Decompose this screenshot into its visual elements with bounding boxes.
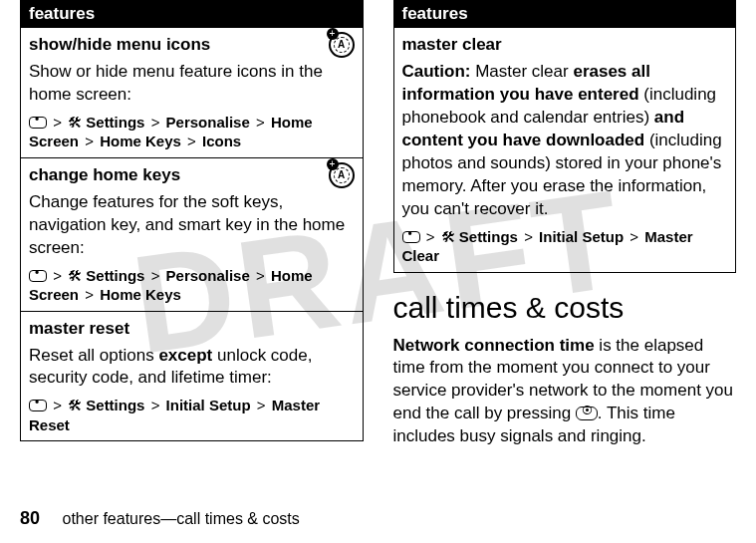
- feature-body: Show or hide menu feature icons in the h…: [29, 61, 355, 107]
- feature-title: master clear: [402, 34, 728, 57]
- end-key-icon: [576, 407, 598, 420]
- path-sep: >: [85, 286, 94, 303]
- table-row: master clear Caution: Master clear erase…: [393, 28, 736, 273]
- path-sep: >: [257, 397, 266, 413]
- path-part: Initial Setup: [539, 228, 624, 245]
- page-footer: 80 other features—call times & costs: [20, 508, 300, 529]
- feature-body: Caution: Master clear erases all informa…: [402, 61, 728, 221]
- left-column: features + show/hide menu icons Show or …: [20, 0, 364, 458]
- path-part: Settings: [86, 267, 144, 284]
- path-part: Personalise: [166, 114, 250, 131]
- nav-path: > 🛠 Settings > Initial Setup > Master Cl…: [402, 227, 728, 266]
- center-key-icon: [402, 231, 420, 243]
- feature-title: show/hide menu icons: [29, 34, 355, 57]
- path-part: Settings: [459, 228, 518, 245]
- table-row: + show/hide menu icons Show or hide menu…: [21, 28, 364, 158]
- settings-icon: 🛠: [441, 228, 455, 246]
- path-sep: >: [53, 267, 62, 284]
- path-part: Settings: [86, 397, 144, 413]
- section-heading: call times & costs: [393, 291, 737, 325]
- feature-body: Reset all options except unlock code, se…: [29, 345, 355, 391]
- path-sep: >: [151, 267, 160, 284]
- page-content: features + show/hide menu icons Show or …: [0, 0, 756, 458]
- settings-icon: 🛠: [68, 267, 82, 285]
- feature-body: Change features for the soft keys, navig…: [29, 191, 355, 260]
- page-number: 80: [20, 508, 40, 528]
- nav-path: > 🛠 Settings > Personalise > Home Screen…: [29, 266, 355, 305]
- features-table-left: features + show/hide menu icons Show or …: [20, 0, 364, 441]
- path-sep: >: [53, 397, 62, 413]
- features-table-right: features master clear Caution: Master cl…: [393, 0, 737, 273]
- path-part: Initial Setup: [166, 397, 251, 413]
- path-sep: >: [426, 228, 435, 245]
- path-sep: >: [256, 267, 265, 284]
- path-sep: >: [85, 133, 94, 149]
- path-part: Settings: [86, 114, 144, 131]
- right-column: features master clear Caution: Master cl…: [393, 0, 737, 458]
- path-part: Home Keys: [100, 286, 181, 303]
- path-sep: >: [187, 133, 196, 149]
- feature-title: change home keys: [29, 164, 355, 187]
- table-header: features: [21, 1, 364, 28]
- accessibility-icon: +: [329, 162, 355, 188]
- path-sep: >: [630, 228, 638, 245]
- path-sep: >: [151, 114, 160, 131]
- table-row: + change home keys Change features for t…: [21, 157, 364, 311]
- path-part: Personalise: [166, 267, 250, 284]
- section-body: Network connection time is the elapsed t…: [393, 335, 737, 449]
- feature-title: master reset: [29, 318, 355, 341]
- path-sep: >: [53, 114, 62, 131]
- path-part: Home Keys: [100, 133, 181, 149]
- center-key-icon: [29, 270, 47, 282]
- settings-icon: 🛠: [68, 397, 82, 414]
- path-part: Icons: [202, 133, 241, 149]
- table-header: features: [393, 1, 736, 28]
- accessibility-icon: +: [329, 32, 355, 58]
- footer-text: other features—call times & costs: [62, 510, 299, 527]
- nav-path: > 🛠 Settings > Personalise > Home Screen…: [29, 113, 355, 151]
- center-key-icon: [29, 400, 47, 411]
- path-sep: >: [151, 397, 160, 413]
- path-sep: >: [524, 228, 533, 245]
- path-sep: >: [256, 114, 265, 131]
- table-row: master reset Reset all options except un…: [21, 311, 364, 441]
- settings-icon: 🛠: [68, 114, 82, 132]
- center-key-icon: [29, 117, 47, 129]
- nav-path: > 🛠 Settings > Initial Setup > Master Re…: [29, 396, 355, 434]
